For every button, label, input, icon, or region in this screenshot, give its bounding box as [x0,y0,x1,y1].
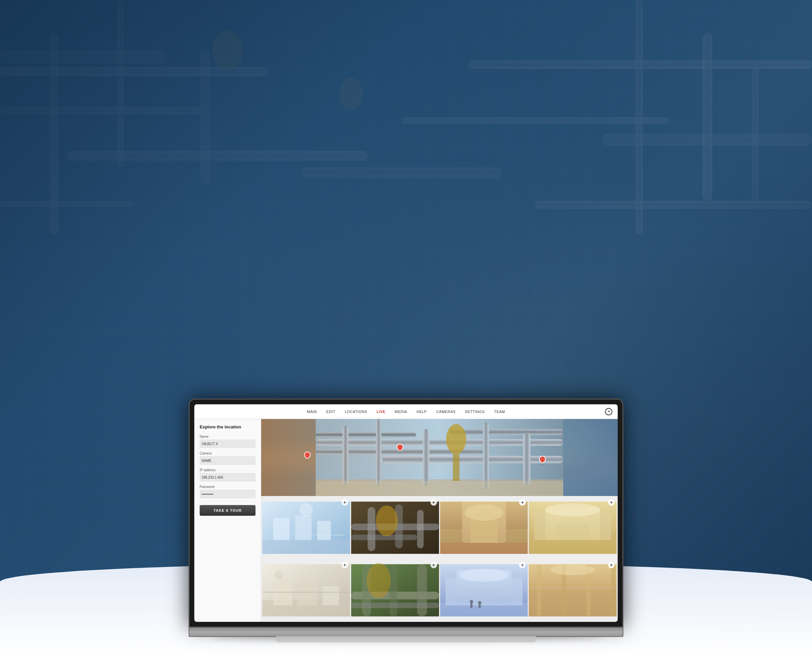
location-pin-3[interactable] [539,456,546,464]
svg-rect-58 [600,513,611,540]
svg-point-67 [274,571,283,579]
svg-rect-94 [611,564,616,616]
password-input[interactable] [200,490,256,498]
svg-rect-91 [537,564,542,616]
thumb-scene-3 [440,497,528,559]
ip-field-row: IP address [200,468,256,482]
close-icon: ✕ [607,409,610,414]
nav-item-live[interactable]: LIVE [377,409,385,414]
svg-point-80 [459,568,509,581]
thumbnail-4[interactable]: + [529,497,617,559]
ip-input[interactable] [200,473,256,482]
svg-rect-43 [368,507,375,551]
svg-point-30 [446,424,466,454]
nav-item-edit[interactable]: EDIT [326,409,335,414]
svg-point-95 [551,564,595,575]
take-a-tour-button[interactable]: TAKE A TOUR [200,505,256,516]
svg-rect-45 [417,510,424,548]
svg-rect-26 [376,419,381,486]
nav-item-help[interactable]: HELP [417,409,427,414]
nav-item-media[interactable]: MEDIA [394,409,407,414]
thumb-scene-6 [351,560,439,621]
password-label: Password [200,485,256,489]
thumb-1-add-icon[interactable]: + [342,499,348,506]
svg-rect-87 [529,597,617,616]
svg-rect-36 [273,518,290,540]
thumb-5-add-icon[interactable]: + [342,562,348,568]
svg-rect-22 [383,456,563,463]
thumbnail-grid: + [261,496,618,622]
thumb-7-add-icon[interactable]: + [519,562,526,568]
laptop-screen: MAIN EDIT LOCATIONS LIVE MEDIA HELP CAME… [194,404,618,622]
svg-rect-38 [317,521,331,540]
thumb-4-add-icon[interactable]: + [608,499,615,506]
svg-rect-51 [440,529,462,543]
location-pin-2[interactable] [397,444,403,453]
nav-item-main[interactable]: MAIN [307,409,317,414]
svg-point-59 [545,503,600,517]
camera-input[interactable] [200,456,256,465]
thumbnail-6[interactable]: + [351,560,439,621]
svg-rect-32 [316,481,563,496]
thumb-8-add-icon[interactable]: + [608,562,615,568]
svg-rect-73 [351,603,439,608]
nav-item-team[interactable]: TEAM [494,409,505,414]
password-field-row: Password [200,485,256,498]
thumb-scene-2 [351,497,439,559]
navigation-bar: MAIN EDIT LOCATIONS LIVE MEDIA HELP CAME… [194,404,618,419]
svg-rect-52 [506,529,528,543]
svg-point-74 [366,563,391,598]
main-panoramic-view [261,419,618,496]
svg-rect-37 [295,515,312,540]
svg-rect-23 [316,433,416,437]
thumb-scene-1 [262,497,350,559]
thumbnail-5[interactable]: + [262,560,350,621]
thumbnail-7[interactable]: + [440,560,528,621]
svg-rect-90 [529,590,617,592]
laptop-base [189,627,623,637]
thumbnail-2[interactable]: + [351,497,439,559]
laptop-device: MAIN EDIT LOCATIONS LIVE MEDIA HELP CAME… [189,399,623,637]
svg-rect-79 [511,578,522,605]
thumbnail-8[interactable]: + [529,560,617,621]
svg-rect-50 [470,518,498,543]
svg-rect-35 [262,540,350,554]
thumb-2-add-icon[interactable]: + [430,499,437,506]
nav-item-locations[interactable]: LOCATIONS [345,409,367,414]
thumb-scene-8 [529,560,617,621]
svg-rect-89 [529,583,617,585]
svg-rect-24 [449,429,563,435]
thumb-scene-5 [262,560,350,621]
name-field-row: Name [200,435,256,448]
svg-rect-88 [529,575,617,578]
location-pin-1[interactable] [304,451,311,460]
svg-rect-25 [342,426,348,486]
svg-rect-78 [446,578,456,605]
svg-rect-57 [534,513,545,540]
svg-rect-27 [423,429,429,486]
left-panel: Explore the location Name Camera IP addr… [194,419,261,622]
svg-rect-64 [298,581,317,606]
svg-point-46 [376,505,398,536]
main-content-area: Explore the location Name Camera IP addr… [194,419,618,622]
svg-point-83 [470,600,473,603]
nav-item-cameras[interactable]: CAMERAS [436,409,455,414]
svg-rect-84 [478,604,481,608]
thumbnail-1[interactable]: + [262,497,350,559]
svg-rect-66 [262,592,350,592]
close-button[interactable]: ✕ [605,408,612,415]
thumb-scene-4 [529,497,617,559]
svg-rect-48 [440,543,528,554]
svg-rect-31 [453,454,460,481]
app-container: MAIN EDIT LOCATIONS LIVE MEDIA HELP CAME… [194,404,618,622]
svg-rect-60 [556,523,589,540]
name-input[interactable] [200,439,256,448]
thumb-6-add-icon[interactable]: + [430,562,437,568]
svg-point-53 [464,504,503,521]
nav-item-settings[interactable]: SETTINGS [465,409,484,414]
svg-rect-71 [390,564,397,616]
thumbnail-3[interactable]: + [440,497,528,559]
thumb-scene-7 [440,560,528,621]
svg-rect-72 [417,564,427,616]
svg-rect-81 [473,592,495,605]
